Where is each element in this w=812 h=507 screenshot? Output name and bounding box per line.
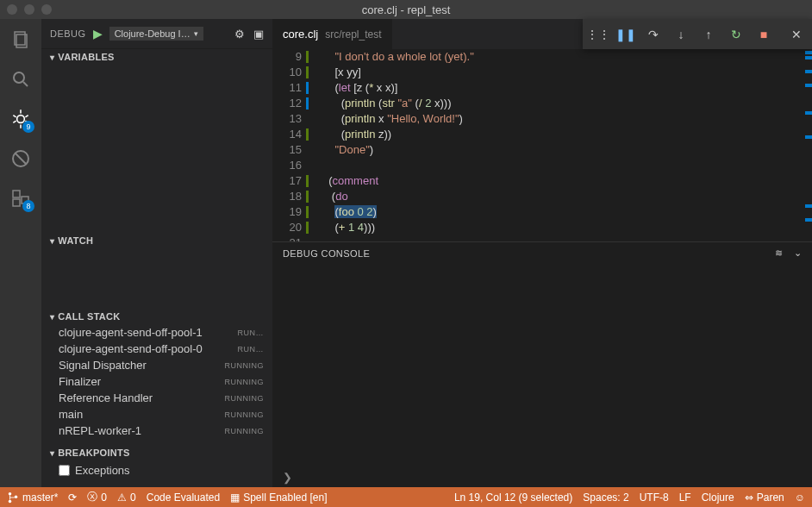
breakpoint-checkbox[interactable]: [59, 465, 70, 476]
debug-icon[interactable]: 9: [9, 107, 33, 131]
status-message: Code Evaluated: [147, 491, 220, 504]
spell-status[interactable]: ▦ Spell Enabled [en]: [230, 491, 327, 504]
eol-info[interactable]: LF: [679, 491, 691, 504]
close-button[interactable]: ✕: [788, 26, 805, 43]
step-over-button[interactable]: ↷: [645, 26, 662, 43]
svg-rect-14: [13, 199, 20, 206]
debug-start-button[interactable]: ▶: [93, 27, 103, 41]
warning-count[interactable]: ⚠ 0: [117, 491, 136, 504]
search-icon[interactable]: [9, 67, 33, 91]
svg-rect-13: [13, 191, 20, 197]
activity-bar: 9 8: [0, 19, 41, 487]
breakpoint-item[interactable]: Exceptions: [59, 462, 264, 479]
sync-icon[interactable]: ⟳: [68, 491, 77, 504]
editor-tab[interactable]: core.clj src/repl_test: [272, 19, 392, 49]
watch-body: [41, 248, 272, 309]
stack-item[interactable]: Reference HandlerRUNNING: [41, 390, 272, 406]
console-input[interactable]: ❯: [272, 466, 812, 487]
watch-header[interactable]: ▾ WATCH: [41, 233, 272, 248]
git-branch[interactable]: master*: [7, 491, 58, 504]
svg-point-18: [15, 495, 18, 498]
stack-item[interactable]: Signal DispatcherRUNNING: [41, 357, 272, 373]
svg-point-4: [17, 116, 25, 123]
window-title: core.clj - repl_test: [362, 3, 451, 16]
breakpoints-body: Exceptions: [41, 460, 272, 480]
feedback-icon[interactable]: ☺: [795, 491, 805, 504]
stack-item[interactable]: mainRUNNING: [41, 406, 272, 422]
editor-area: ⋮⋮ ❚❚ ↷ ↓ ↑ ↻ ■ ✕ core.clj src/repl_test…: [272, 19, 812, 487]
callstack-header[interactable]: ▾ CALL STACK: [41, 309, 272, 324]
stack-item[interactable]: FinalizerRUNNING: [41, 373, 272, 390]
debug-header: DEBUG ▶ Clojure-Debug I…▾ ⚙ ▣: [41, 19, 272, 49]
debug-badge: 9: [22, 121, 34, 133]
error-count[interactable]: ⓧ 0: [87, 490, 107, 504]
pause-button[interactable]: ❚❚: [617, 26, 634, 43]
window-zoom-btn[interactable]: [41, 4, 52, 15]
explorer-icon[interactable]: [9, 28, 33, 52]
drag-handle-icon[interactable]: ⋮⋮: [590, 26, 607, 43]
callstack-body: clojure-agent-send-off-pool-1RUN…clojure…: [41, 324, 272, 445]
chevron-down-icon[interactable]: ⌄: [794, 247, 802, 259]
svg-line-7: [25, 116, 28, 117]
debug-config-selector[interactable]: Clojure-Debug I…▾: [109, 27, 203, 41]
debug-label: DEBUG: [50, 28, 86, 39]
extensions-icon[interactable]: 8: [9, 186, 33, 210]
variables-body: [41, 65, 272, 233]
no-symbol-icon[interactable]: [9, 147, 33, 171]
overview-ruler[interactable]: [800, 49, 812, 241]
paren-mode[interactable]: ⇔ Paren: [745, 491, 784, 504]
svg-line-3: [23, 82, 28, 86]
svg-point-17: [9, 499, 12, 503]
code-editor[interactable]: 9101112131415161718192021 "I don't do a …: [272, 49, 812, 241]
debug-sidebar: DEBUG ▶ Clojure-Debug I…▾ ⚙ ▣ ▾ VARIABLE…: [41, 19, 272, 487]
debug-toolbar: ⋮⋮ ❚❚ ↷ ↓ ↑ ↻ ■ ✕: [583, 19, 812, 49]
indent-info[interactable]: Spaces: 2: [583, 491, 628, 504]
chevron-down-icon: ▾: [50, 312, 54, 322]
encoding-info[interactable]: UTF-8: [640, 491, 669, 504]
breakpoints-header[interactable]: ▾ BREAKPOINTS: [41, 445, 272, 460]
svg-point-16: [9, 491, 12, 495]
step-into-button[interactable]: ↓: [672, 26, 690, 43]
restart-button[interactable]: ↻: [728, 26, 745, 43]
extensions-badge: 8: [22, 200, 34, 212]
titlebar: core.clj - repl_test: [0, 0, 812, 19]
variables-header[interactable]: ▾ VARIABLES: [41, 49, 272, 65]
svg-line-12: [16, 153, 26, 164]
svg-line-6: [13, 116, 16, 117]
gear-icon[interactable]: ⚙: [234, 28, 245, 41]
stack-item[interactable]: nREPL-worker-1RUNNING: [41, 422, 272, 439]
svg-point-2: [14, 72, 24, 83]
chevron-down-icon: ▾: [50, 448, 54, 458]
clear-console-icon[interactable]: ≋: [775, 247, 783, 259]
console-body[interactable]: [272, 264, 812, 466]
window-minimize-btn[interactable]: [24, 4, 34, 15]
console-title: DEBUG CONSOLE: [283, 248, 370, 259]
window-close-btn[interactable]: [7, 4, 17, 15]
chevron-down-icon: ▾: [50, 236, 54, 246]
cursor-position[interactable]: Ln 19, Col 12 (9 selected): [454, 491, 572, 504]
language-mode[interactable]: Clojure: [702, 491, 734, 504]
stack-item[interactable]: clojure-agent-send-off-pool-0RUN…: [41, 341, 272, 357]
step-out-button[interactable]: ↑: [700, 26, 717, 43]
debug-console-icon[interactable]: ▣: [253, 28, 264, 41]
svg-line-8: [13, 121, 16, 122]
stop-button[interactable]: ■: [755, 26, 772, 43]
debug-console-panel: DEBUG CONSOLE ≋ ⌄ ❯: [272, 241, 812, 487]
stack-item[interactable]: clojure-agent-send-off-pool-1RUN…: [41, 324, 272, 341]
chevron-down-icon: ▾: [50, 53, 54, 62]
status-bar: master* ⟳ ⓧ 0 ⚠ 0 Code Evaluated ▦ Spell…: [0, 487, 812, 507]
